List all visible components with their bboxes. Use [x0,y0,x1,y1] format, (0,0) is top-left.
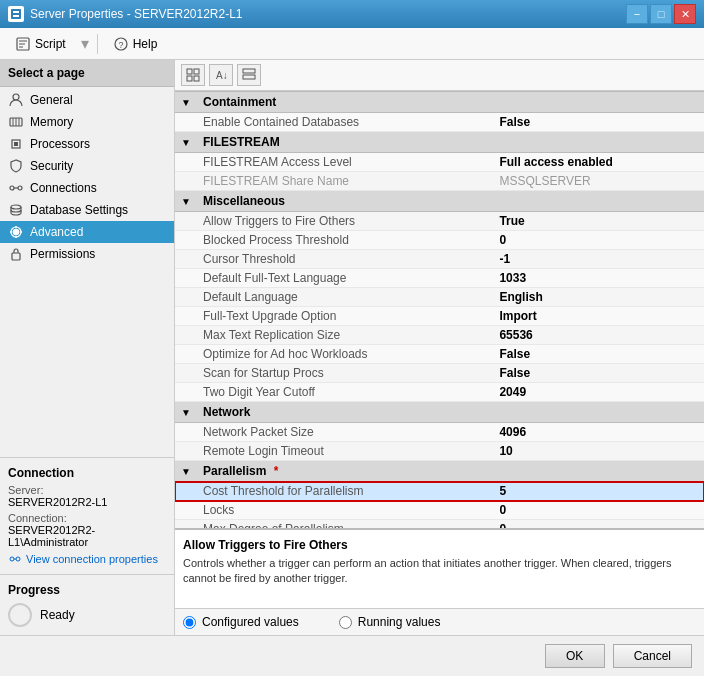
spinner-icon [8,603,32,627]
svg-rect-30 [187,69,192,74]
sidebar-item-processors[interactable]: Processors [0,133,174,155]
server-value: SERVER2012R2-L1 [8,496,166,508]
window-controls: − □ ✕ [626,4,696,24]
svg-rect-0 [11,9,21,19]
title-bar: Server Properties - SERVER2012R2-L1 − □ … [0,0,704,28]
select-page-header: Select a page [0,60,174,87]
table-row-cost-threshold[interactable]: Cost Threshold for Parallelism 5 [175,482,704,501]
sidebar-item-permissions[interactable]: Permissions [0,243,174,265]
progress-section: Progress Ready [0,574,174,635]
database-settings-icon [8,202,24,218]
table-row: Remote Login Timeout 10 [175,442,704,461]
progress-status: Ready [8,603,166,627]
table-row: Locks 0 [175,501,704,520]
table-row: Default Language English [175,288,704,307]
svg-point-28 [16,557,20,561]
section-network[interactable]: ▼ Network [175,402,704,423]
table-row: Full-Text Upgrade Option Import [175,307,704,326]
nav-list: General Memory Processors Security Conne… [0,87,174,267]
table-row: FILESTREAM Share Name MSSQLSERVER [175,172,704,191]
list-view-button[interactable] [237,64,261,86]
maximize-button[interactable]: □ [650,4,672,24]
dialog: Script ▾ ? Help Select a page General Me… [0,28,704,676]
table-row: Two Digit Year Cutoff 2049 [175,383,704,402]
sidebar-item-database-settings[interactable]: Database Settings [0,199,174,221]
toolbar-separator [97,34,98,54]
script-icon [15,36,31,52]
svg-point-20 [13,229,19,235]
progress-header: Progress [8,583,166,597]
svg-rect-15 [14,142,18,146]
svg-point-27 [10,557,14,561]
close-button[interactable]: ✕ [674,4,696,24]
view-connection-properties-link[interactable]: View connection properties [8,552,166,566]
svg-rect-36 [243,75,255,79]
minimize-button[interactable]: − [626,4,648,24]
connection-link-icon [8,552,22,566]
svg-rect-2 [13,15,19,17]
svg-point-17 [18,186,22,190]
advanced-icon [8,224,24,240]
ok-button[interactable]: OK [545,644,605,668]
description-panel: Allow Triggers to Fire Others Controls w… [175,528,704,608]
connection-header: Connection [8,466,166,480]
connection-value: SERVER2012R2-L1\Administrator [8,524,166,548]
left-panel: Select a page General Memory Processors … [0,60,175,635]
svg-rect-1 [13,11,19,13]
table-row: Scan for Startup Procs False [175,364,704,383]
right-panel: A↓ ▼ Containment Enable Contained Data [175,60,704,635]
svg-rect-32 [187,76,192,81]
connections-icon [8,180,24,196]
table-row: Max Degree of Parallelism 0 [175,520,704,529]
table-row: FILESTREAM Access Level Full access enab… [175,153,704,172]
svg-text:?: ? [118,40,123,50]
grid-view-button[interactable] [181,64,205,86]
description-text: Controls whether a trigger can perform a… [183,556,696,587]
connection-section: Connection Server: SERVER2012R2-L1 Conne… [0,457,174,574]
table-row: Cursor Threshold -1 [175,250,704,269]
section-parallelism[interactable]: ▼ Parallelism * [175,461,704,482]
sidebar-item-connections[interactable]: Connections [0,177,174,199]
radio-row: Configured values Running values [175,608,704,635]
sidebar-item-security[interactable]: Security [0,155,174,177]
help-icon: ? [113,36,129,52]
table-row: Optimize for Ad hoc Workloads False [175,345,704,364]
table-row: Default Full-Text Language 1033 [175,269,704,288]
sidebar-item-general[interactable]: General [0,89,174,111]
processors-icon [8,136,24,152]
table-row: Enable Contained Databases False [175,113,704,132]
general-icon [8,92,24,108]
sort-button[interactable]: A↓ [209,64,233,86]
svg-rect-26 [12,253,20,260]
table-row: Network Packet Size 4096 [175,423,704,442]
svg-rect-31 [194,69,199,74]
security-icon [8,158,24,174]
svg-point-19 [11,205,21,209]
script-button[interactable]: Script [8,33,73,55]
cancel-button[interactable]: Cancel [613,644,692,668]
sidebar-item-advanced[interactable]: Advanced [0,221,174,243]
table-row: Allow Triggers to Fire Others True [175,212,704,231]
permissions-icon [8,246,24,262]
memory-icon [8,114,24,130]
sidebar-item-memory[interactable]: Memory [0,111,174,133]
running-values-radio[interactable]: Running values [339,615,441,629]
property-table: ▼ Containment Enable Contained Databases… [175,91,704,528]
property-toolbar: A↓ [175,60,704,91]
app-icon [8,6,24,22]
dialog-footer: OK Cancel [0,635,704,676]
toolbar: Script ▾ ? Help [0,28,704,60]
table-row: Max Text Replication Size 65536 [175,326,704,345]
configured-values-radio[interactable]: Configured values [183,615,299,629]
svg-rect-35 [243,69,255,73]
section-filestream[interactable]: ▼ FILESTREAM [175,132,704,153]
connection-label: Connection: [8,512,166,524]
svg-text:A↓: A↓ [216,70,228,81]
svg-point-16 [10,186,14,190]
server-label: Server: [8,484,166,496]
main-content: Select a page General Memory Processors … [0,60,704,635]
section-miscellaneous[interactable]: ▼ Miscellaneous [175,191,704,212]
section-containment[interactable]: ▼ Containment [175,92,704,113]
help-button[interactable]: ? Help [106,33,165,55]
svg-rect-33 [194,76,199,81]
